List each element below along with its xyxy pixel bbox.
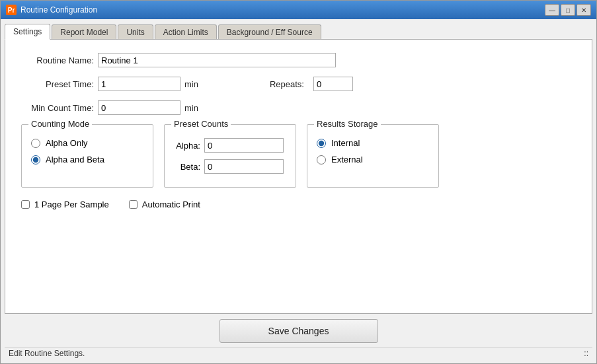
automatic-print-checkbox[interactable] <box>129 200 138 209</box>
tab-report-model[interactable]: Report Model <box>52 24 116 40</box>
minimize-button[interactable]: — <box>545 4 559 16</box>
titlebar: Pr Routine Configuration — □ ✕ <box>1 1 596 19</box>
window-body: Settings Report Model Units Action Limit… <box>1 19 596 363</box>
titlebar-left: Pr Routine Configuration <box>6 5 97 15</box>
radio-external: External <box>317 155 429 164</box>
tab-units[interactable]: Units <box>118 24 153 40</box>
window-footer: Save Changes <box>5 314 592 343</box>
alpha-beta-label: Alpha and Beta <box>46 155 104 164</box>
tab-settings[interactable]: Settings <box>5 24 50 40</box>
beta-count-row: Beta: <box>174 159 286 174</box>
maximize-button[interactable]: □ <box>561 4 575 16</box>
preset-time-unit: min <box>184 79 198 89</box>
tab-action-limits[interactable]: Action Limits <box>155 24 217 40</box>
repeats-group: Repeats: <box>231 77 353 91</box>
radio-alpha-only: Alpha Only <box>31 138 143 148</box>
alpha-count-input[interactable] <box>204 138 284 153</box>
counting-mode-group: Counting Mode Alpha Only Alpha and Beta <box>21 124 153 188</box>
counting-mode-title: Counting Mode <box>28 119 92 129</box>
radio-internal: Internal <box>317 138 429 148</box>
alpha-only-label: Alpha Only <box>46 138 88 148</box>
repeats-input[interactable] <box>313 77 353 91</box>
beta-count-input[interactable] <box>204 159 284 174</box>
internal-radio[interactable] <box>317 139 326 148</box>
checkboxes-row: 1 Page Per Sample Automatic Print <box>21 200 576 209</box>
external-label: External <box>331 155 363 164</box>
radio-alpha-beta: Alpha and Beta <box>31 155 143 164</box>
page-per-sample-label: 1 Page Per Sample <box>34 200 109 209</box>
preset-time-label: Preset Time: <box>21 79 94 89</box>
app-icon: Pr <box>6 5 17 15</box>
titlebar-buttons: — □ ✕ <box>545 4 591 16</box>
tab-content-settings: Routine Name: Preset Time: min Repeats: … <box>5 39 592 314</box>
routine-name-label: Routine Name: <box>21 55 94 65</box>
min-count-time-unit: min <box>184 103 198 113</box>
results-storage-group: Results Storage Internal External <box>307 124 439 188</box>
routine-name-row: Routine Name: <box>21 53 576 67</box>
tab-background-eff-source[interactable]: Background / Eff Source <box>218 24 321 40</box>
beta-count-label: Beta: <box>174 162 200 172</box>
page-per-sample-checkbox[interactable] <box>21 200 30 209</box>
tab-bar: Settings Report Model Units Action Limit… <box>5 23 592 39</box>
preset-counts-title: Preset Counts <box>171 119 231 129</box>
status-bar: Edit Routine Settings. :: <box>5 347 592 359</box>
alpha-count-label: Alpha: <box>174 141 200 151</box>
preset-time-row: Preset Time: min Repeats: <box>21 77 576 91</box>
internal-label: Internal <box>331 138 360 148</box>
preset-time-input[interactable] <box>98 77 180 91</box>
alpha-only-radio[interactable] <box>31 139 40 148</box>
alpha-count-row: Alpha: <box>174 138 286 153</box>
automatic-print-item: Automatic Print <box>129 200 200 209</box>
status-corner: :: <box>584 349 588 358</box>
min-count-time-row: Min Count Time: min <box>21 100 576 115</box>
min-count-time-input[interactable] <box>98 100 180 115</box>
save-changes-button[interactable]: Save Changes <box>219 319 378 343</box>
status-text: Edit Routine Settings. <box>9 349 85 358</box>
routine-name-input[interactable] <box>98 53 336 67</box>
alpha-beta-radio[interactable] <box>31 155 40 164</box>
min-count-time-label: Min Count Time: <box>21 103 94 113</box>
page-per-sample-item: 1 Page Per Sample <box>21 200 109 209</box>
window-title: Routine Configuration <box>20 5 97 15</box>
groups-row: Counting Mode Alpha Only Alpha and Beta … <box>21 124 576 188</box>
close-button[interactable]: ✕ <box>577 4 591 16</box>
automatic-print-label: Automatic Print <box>142 200 200 209</box>
external-radio[interactable] <box>317 155 326 164</box>
preset-counts-group: Preset Counts Alpha: Beta: <box>164 124 296 188</box>
results-storage-title: Results Storage <box>314 119 381 129</box>
main-window: Pr Routine Configuration — □ ✕ Settings … <box>0 0 597 364</box>
repeats-label: Repeats: <box>231 79 304 89</box>
